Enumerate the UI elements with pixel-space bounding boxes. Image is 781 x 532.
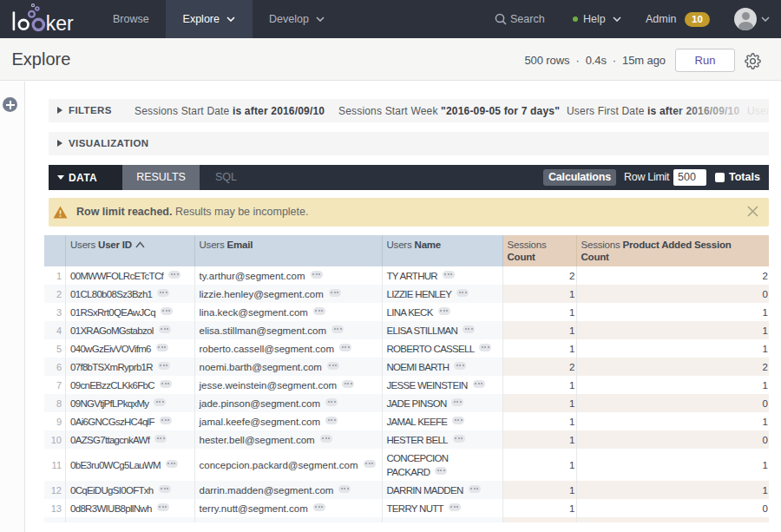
svg-text:ker: ker: [46, 12, 74, 35]
